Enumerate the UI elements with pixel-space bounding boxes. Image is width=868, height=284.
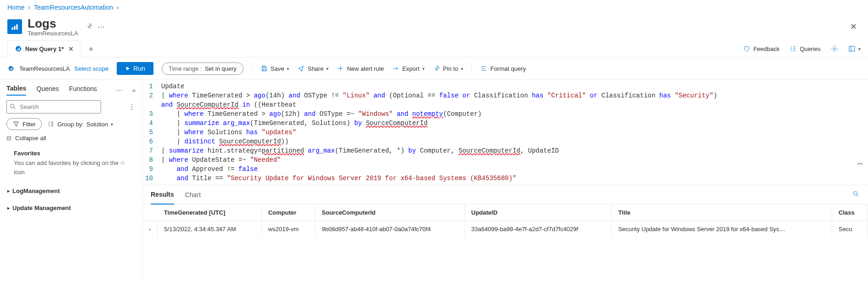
cell-updateid: 33a64099-ba99-4e7f-a2d7-cf7d7fc4029f	[465, 221, 612, 238]
gear-icon	[831, 45, 838, 52]
save-icon	[261, 65, 268, 72]
format-icon	[480, 65, 488, 72]
svg-rect-11	[11, 68, 11, 70]
svg-rect-10	[10, 69, 10, 70]
cell-sourcecomputerid: 9b08d957-ab48-410f-ab07-0a0a74fc70f4	[315, 221, 465, 238]
plus-icon	[337, 65, 344, 72]
feedback-button[interactable]: Feedback	[743, 45, 779, 52]
save-button[interactable]: Save▾	[261, 65, 289, 72]
svg-rect-6	[19, 47, 20, 51]
time-range-picker[interactable]: Time range : Set in query	[162, 62, 244, 75]
chevron-right-icon: ›	[28, 4, 30, 11]
page-subtitle: TeamResourcesLA	[28, 30, 78, 37]
table-row[interactable]: › 5/13/2022, 4:34:45.347 AM ws2019-vm 9b…	[142, 221, 868, 238]
search-options-icon[interactable]: ⋮	[128, 102, 136, 111]
col-classification[interactable]: Class	[832, 204, 868, 221]
results-tabstrip: Results Chart	[142, 185, 868, 204]
svg-rect-12	[11, 67, 12, 70]
svg-rect-8	[849, 46, 855, 51]
svg-rect-2	[16, 24, 17, 30]
select-scope-link[interactable]: Select scope	[74, 65, 108, 72]
funnel-icon	[12, 120, 20, 128]
logs-icon	[7, 19, 22, 34]
col-timegenerated[interactable]: TimeGenerated [UTC]	[158, 204, 261, 221]
list-icon	[789, 45, 797, 52]
sidebar: Tables Queries Functions ⋯ « ⋮ Filter Gr…	[0, 80, 142, 278]
results-search-icon[interactable]	[852, 190, 860, 199]
filter-button[interactable]: Filter	[6, 118, 42, 130]
tree-item-updatemanagement[interactable]: ▸ Update Management	[6, 202, 136, 214]
query-editor[interactable]: 12 345678910 Update| where TimeGenerated…	[142, 80, 868, 185]
tree-item-logmanagement[interactable]: ▸ LogManagement	[6, 185, 136, 197]
expand-row-icon[interactable]: ›	[142, 221, 158, 238]
add-tab-button[interactable]: ＋	[87, 43, 95, 54]
code-area[interactable]: Update| where TimeGenerated > ago(14h) a…	[158, 80, 721, 185]
panel-layout-button[interactable]: ▾	[848, 45, 861, 52]
sidebar-more-icon[interactable]: ⋯	[116, 87, 122, 94]
line-gutter: 12 345678910	[142, 80, 158, 185]
export-icon	[392, 65, 399, 72]
breadcrumb-home[interactable]: Home	[7, 4, 24, 11]
queries-button[interactable]: Queries	[789, 45, 821, 52]
chevron-right-icon: ›	[117, 4, 119, 11]
more-icon[interactable]: ⋯	[97, 23, 105, 31]
tab-close-icon[interactable]: ✕	[68, 45, 74, 52]
col-updateid[interactable]: UpdateID	[465, 204, 612, 221]
query-toolbar: TeamResourcesLA Select scope Run Time ra…	[0, 57, 868, 80]
collapse-sidebar-icon[interactable]: «	[132, 87, 136, 94]
workspace-icon	[7, 65, 15, 72]
svg-rect-0	[11, 28, 13, 30]
sidebar-tab-queries[interactable]: Queries	[36, 85, 59, 95]
divider	[471, 63, 472, 74]
group-by-selector[interactable]: Group by: Solution ▾	[47, 120, 113, 128]
divider	[252, 63, 252, 74]
collapse-all-button[interactable]: ⊟ Collapse all	[6, 135, 136, 142]
svg-point-14	[854, 192, 857, 195]
query-tabstrip: New Query 1* ✕ ＋ Feedback Queries ▾	[0, 40, 868, 57]
results-table: TimeGenerated [UTC] Computer SourceCompu…	[142, 204, 868, 237]
settings-button[interactable]	[831, 45, 838, 52]
chevron-right-icon: ▸	[7, 205, 10, 210]
query-icon	[14, 45, 23, 53]
new-alert-button[interactable]: New alert rule	[337, 65, 384, 72]
breadcrumb-resource[interactable]: TeamResourcesAutomation	[34, 4, 113, 11]
page-header: Logs TeamResourcesLA ⋯ ✕	[0, 15, 868, 40]
run-button[interactable]: Run	[117, 62, 153, 75]
share-icon	[297, 65, 305, 72]
svg-rect-1	[14, 26, 15, 29]
page-title: Logs	[28, 17, 78, 31]
col-computer[interactable]: Computer	[261, 204, 315, 221]
close-icon[interactable]: ✕	[846, 20, 861, 34]
format-query-button[interactable]: Format query	[480, 65, 526, 72]
chevron-right-icon: ▸	[7, 188, 10, 193]
tab-label: New Query 1*	[25, 45, 64, 52]
table-header-row: TimeGenerated [UTC] Computer SourceCompu…	[142, 204, 868, 221]
sidebar-tab-functions[interactable]: Functions	[69, 85, 97, 95]
scope-name: TeamResourcesLA	[19, 65, 70, 72]
search-icon	[9, 103, 17, 112]
breadcrumb: Home › TeamResourcesAutomation ›	[0, 0, 868, 15]
sidebar-search-input[interactable]	[6, 100, 101, 114]
svg-point-7	[834, 48, 835, 50]
share-button[interactable]: Share▾	[297, 65, 329, 72]
svg-rect-4	[17, 50, 18, 51]
scroll-top-icon[interactable]: ︽	[857, 158, 863, 167]
svg-point-13	[11, 104, 14, 108]
results-tab-chart[interactable]: Chart	[185, 186, 201, 204]
tab-new-query[interactable]: New Query 1* ✕	[7, 40, 80, 57]
col-sourcecomputerid[interactable]: SourceComputerId	[315, 204, 465, 221]
export-button[interactable]: Export▾	[392, 65, 425, 72]
group-icon	[47, 120, 55, 128]
svg-rect-5	[18, 48, 19, 51]
cell-computer: ws2019-vm	[261, 221, 315, 238]
pin-icon[interactable]	[85, 23, 93, 31]
pin-to-button[interactable]: Pin to▾	[433, 65, 463, 72]
favorites-heading: Favorites	[6, 146, 136, 159]
play-icon	[125, 66, 130, 71]
results-tab-results[interactable]: Results	[151, 185, 174, 204]
collapse-icon: ⊟	[6, 135, 11, 142]
col-title[interactable]: Title	[612, 204, 832, 221]
sidebar-tab-tables[interactable]: Tables	[6, 85, 26, 96]
favorites-hint: You can add favorites by clicking on the…	[6, 159, 136, 180]
layout-icon	[848, 45, 856, 52]
